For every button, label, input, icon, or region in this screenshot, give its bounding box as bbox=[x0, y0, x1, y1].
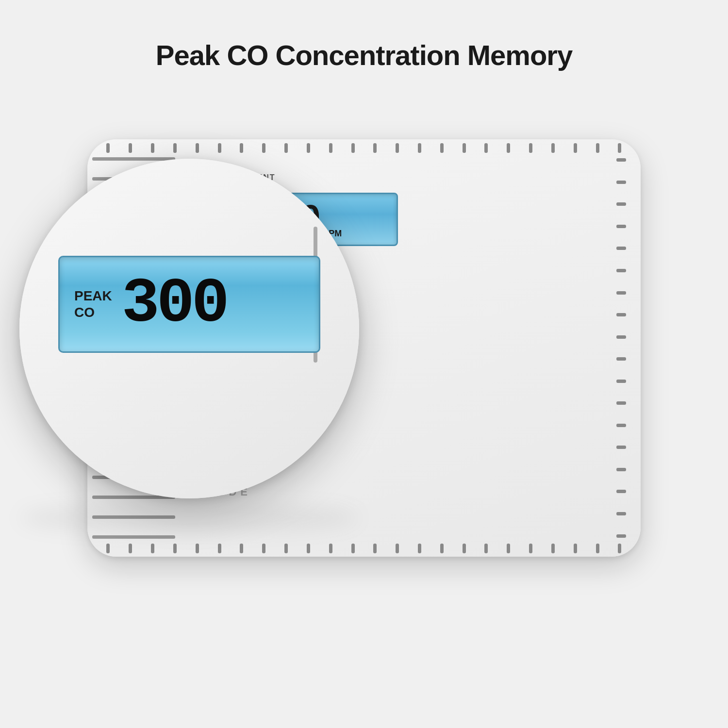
vent-bar bbox=[418, 143, 421, 153]
vent-bar bbox=[284, 544, 288, 553]
vent-bar bbox=[151, 143, 154, 153]
vent-bar bbox=[396, 544, 399, 553]
vent-bar bbox=[418, 544, 421, 553]
vent-bar bbox=[616, 291, 626, 295]
vent-bar bbox=[616, 446, 626, 449]
vent-bar bbox=[240, 143, 243, 153]
scene-container: DO NOT PAINT 300 PPM Carbon Monoxide Ala… bbox=[0, 100, 728, 683]
vent-bar bbox=[596, 544, 599, 553]
vent-bar bbox=[484, 143, 488, 153]
vent-bar bbox=[484, 544, 488, 553]
vent-bar bbox=[529, 143, 532, 153]
vent-bar bbox=[106, 544, 110, 553]
right-vent-grid bbox=[616, 139, 641, 557]
peak-label-line1: PEAK bbox=[74, 288, 112, 304]
vent-bar bbox=[463, 544, 466, 553]
vent-bar bbox=[616, 534, 626, 538]
vent-bar bbox=[529, 544, 532, 553]
vent-bar bbox=[196, 544, 199, 553]
vent-bar bbox=[440, 544, 444, 553]
vent-bar bbox=[262, 143, 265, 153]
vent-bar bbox=[351, 143, 355, 153]
vent-line bbox=[92, 535, 175, 539]
zoom-circle-overlay: PEAK CO 300 bbox=[19, 159, 359, 498]
vent-bar bbox=[373, 544, 377, 553]
peak-label-line2: CO bbox=[74, 304, 112, 321]
vent-bar bbox=[129, 143, 132, 153]
vent-bar bbox=[196, 143, 199, 153]
vent-bar bbox=[507, 544, 510, 553]
vent-bar bbox=[151, 544, 154, 553]
vent-bar bbox=[307, 143, 310, 153]
vent-bar bbox=[106, 143, 110, 153]
vent-bar bbox=[616, 401, 626, 405]
peak-label: PEAK CO bbox=[74, 288, 112, 320]
circle-drop-shadow bbox=[19, 503, 359, 532]
vent-bar bbox=[373, 143, 377, 153]
lcd-value-large: 300 bbox=[122, 273, 227, 336]
vent-bar bbox=[284, 143, 288, 153]
vent-bar bbox=[396, 143, 399, 153]
vent-bar bbox=[616, 247, 626, 250]
vent-bar bbox=[616, 380, 626, 383]
vent-bar bbox=[351, 544, 355, 553]
vent-bar bbox=[616, 357, 626, 361]
vent-bar bbox=[616, 181, 626, 184]
vent-bar bbox=[240, 544, 243, 553]
vent-bar bbox=[551, 143, 555, 153]
vent-bar bbox=[218, 143, 221, 153]
top-vent-grid bbox=[87, 139, 641, 156]
vent-bar bbox=[440, 143, 444, 153]
vent-bar bbox=[616, 490, 626, 493]
vent-bar bbox=[596, 143, 599, 153]
vent-bar bbox=[616, 269, 626, 272]
vent-bar bbox=[551, 544, 555, 553]
vent-bar bbox=[218, 544, 221, 553]
vent-bar bbox=[574, 143, 577, 153]
vent-bar bbox=[329, 143, 332, 153]
vent-bar bbox=[173, 544, 177, 553]
vent-bar bbox=[574, 544, 577, 553]
bottom-vent-grid bbox=[87, 540, 641, 557]
vent-line bbox=[92, 157, 175, 161]
vent-bar bbox=[616, 225, 626, 228]
vent-bar bbox=[616, 468, 626, 471]
vent-bar bbox=[463, 143, 466, 153]
vent-bar bbox=[616, 158, 626, 162]
vent-bar bbox=[329, 544, 332, 553]
vent-bar bbox=[616, 512, 626, 515]
vent-bar bbox=[616, 202, 626, 206]
vent-bar bbox=[616, 424, 626, 427]
lcd-display-large: PEAK CO 300 bbox=[58, 256, 320, 353]
page-title: Peak CO Concentration Memory bbox=[156, 39, 572, 71]
vent-bar bbox=[616, 335, 626, 339]
vent-bar bbox=[129, 544, 132, 553]
vent-bar bbox=[616, 313, 626, 316]
vent-bar bbox=[173, 143, 177, 153]
vent-bar bbox=[507, 143, 510, 153]
vent-bar bbox=[307, 544, 310, 553]
vent-bar bbox=[262, 544, 265, 553]
